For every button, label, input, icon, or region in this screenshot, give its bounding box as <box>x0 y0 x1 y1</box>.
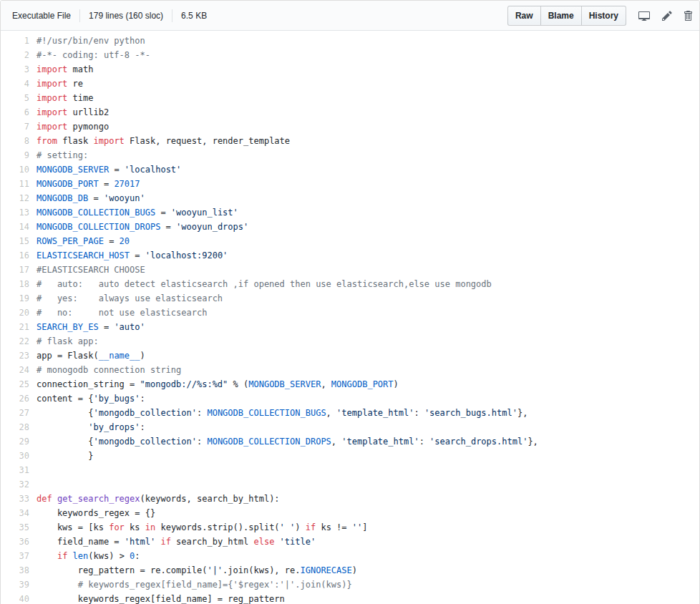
file-actions-group: Raw Blame History <box>507 6 626 26</box>
line-number[interactable]: 11 <box>1 177 37 191</box>
line-number[interactable]: 8 <box>1 134 37 148</box>
code-line: 23app = Flask(__name__) <box>1 349 699 363</box>
raw-button[interactable]: Raw <box>507 6 541 26</box>
file-size: 6.5 KB <box>177 11 211 21</box>
code-text: # monogodb connection string <box>37 363 181 377</box>
line-number[interactable]: 6 <box>1 105 37 120</box>
code-text: {'mongodb_collection': MONGODB_COLLECTIO… <box>37 406 528 420</box>
line-number[interactable]: 32 <box>1 477 37 492</box>
code-text: # yes: always use elasticsearch <box>37 291 223 306</box>
code-text: import re <box>37 77 83 91</box>
line-number[interactable]: 18 <box>1 277 37 291</box>
code-text: app = Flask(__name__) <box>37 349 145 363</box>
code-line: 37 if len(kws) > 0: <box>1 549 699 563</box>
line-number[interactable]: 36 <box>1 535 37 549</box>
code-line: 32 <box>1 477 699 492</box>
code-line: 38 reg_pattern = re.compile('|'.join(kws… <box>1 563 699 578</box>
line-number[interactable]: 15 <box>1 234 37 248</box>
delete-button[interactable] <box>684 10 692 21</box>
line-number[interactable]: 19 <box>1 291 37 306</box>
code-line: 28 'by_drops': <box>1 420 699 434</box>
code-text: # flask app: <box>37 334 99 349</box>
code-line: 7import pymongo <box>1 120 699 134</box>
code-text: field_name = 'html' if search_by_html el… <box>37 535 316 549</box>
code-line: 31 <box>1 463 699 477</box>
line-number[interactable]: 29 <box>1 434 37 449</box>
line-number[interactable]: 3 <box>1 62 37 77</box>
code-line: 25connection_string = "mongodb://%s:%d" … <box>1 377 699 391</box>
edit-button[interactable] <box>662 10 672 21</box>
code-text: 'by_drops': <box>37 420 145 434</box>
code-text: import math <box>37 62 93 77</box>
line-number[interactable]: 23 <box>1 349 37 363</box>
code-text: #ELASTICSEARCH CHOOSE <box>37 263 145 277</box>
code-line: 4import re <box>1 77 699 91</box>
code-line: 29 {'mongodb_collection': MONGODB_COLLEC… <box>1 434 699 449</box>
line-number[interactable]: 33 <box>1 492 37 506</box>
line-number[interactable]: 25 <box>1 377 37 391</box>
code-line: 33def get_search_regex(keywords, search_… <box>1 492 699 506</box>
line-number[interactable]: 10 <box>1 162 37 177</box>
line-number[interactable]: 30 <box>1 449 37 463</box>
code-line: 18# auto: auto detect elasticsearch ,if … <box>1 277 699 291</box>
code-line: 9# setting: <box>1 148 699 162</box>
code-line: 8from flask import Flask, request, rende… <box>1 134 699 148</box>
line-number[interactable]: 17 <box>1 263 37 277</box>
divider <box>79 9 80 22</box>
code-text: MONGODB_PORT = 27017 <box>37 177 140 191</box>
line-number[interactable]: 7 <box>1 120 37 134</box>
line-number[interactable]: 5 <box>1 91 37 105</box>
file-view: Executable File 179 lines (160 sloc) 6.5… <box>0 0 700 604</box>
code-line: 19# yes: always use elasticsearch <box>1 291 699 306</box>
line-number[interactable]: 38 <box>1 563 37 578</box>
line-number[interactable]: 40 <box>1 592 37 604</box>
code-text: MONGODB_COLLECTION_BUGS = 'wooyun_list' <box>37 205 238 220</box>
line-number[interactable]: 39 <box>1 578 37 592</box>
line-number[interactable]: 16 <box>1 248 37 263</box>
line-number[interactable]: 28 <box>1 420 37 434</box>
code-line: 6import urllib2 <box>1 105 699 120</box>
line-number[interactable]: 24 <box>1 363 37 377</box>
line-number[interactable]: 9 <box>1 148 37 162</box>
line-number[interactable]: 1 <box>1 34 37 48</box>
code-line: 36 field_name = 'html' if search_by_html… <box>1 535 699 549</box>
code-text: } <box>37 449 93 463</box>
code-line: 26content = {'by_bugs': <box>1 391 699 406</box>
code-listing: 1#!/usr/bin/env python2#-*- coding: utf-… <box>1 31 699 604</box>
code-text: {'mongodb_collection': MONGODB_COLLECTIO… <box>37 434 538 449</box>
blame-button[interactable]: Blame <box>540 6 582 26</box>
code-line: 27 {'mongodb_collection': MONGODB_COLLEC… <box>1 406 699 420</box>
line-number[interactable]: 26 <box>1 391 37 406</box>
line-number[interactable]: 20 <box>1 306 37 320</box>
line-number[interactable]: 35 <box>1 520 37 535</box>
line-number[interactable]: 12 <box>1 191 37 205</box>
code-line: 11MONGODB_PORT = 27017 <box>1 177 699 191</box>
line-number[interactable]: 2 <box>1 48 37 62</box>
code-text: kws = [ks for ks in keywords.strip().spl… <box>37 520 367 535</box>
line-number[interactable]: 27 <box>1 406 37 420</box>
line-number[interactable]: 14 <box>1 220 37 234</box>
line-number[interactable]: 13 <box>1 205 37 220</box>
open-desktop-button[interactable] <box>638 10 651 21</box>
line-number[interactable]: 21 <box>1 320 37 334</box>
line-number[interactable]: 37 <box>1 549 37 563</box>
line-number[interactable]: 34 <box>1 506 37 520</box>
code-line: 1#!/usr/bin/env python <box>1 34 699 48</box>
line-number[interactable]: 22 <box>1 334 37 349</box>
code-text: SEARCH_BY_ES = 'auto' <box>37 320 145 334</box>
divider <box>172 9 172 22</box>
file-mode-label: Executable File <box>8 11 75 21</box>
line-number[interactable]: 31 <box>1 463 37 477</box>
trash-icon <box>684 10 692 21</box>
code-text: MONGODB_SERVER = 'localhost' <box>37 162 181 177</box>
code-text: import time <box>37 91 93 105</box>
code-text: # keywords_regex[field_name]={'$regex':'… <box>37 578 352 592</box>
code-text: # auto: auto detect elasticsearch ,if op… <box>37 277 492 291</box>
line-number[interactable]: 4 <box>1 77 37 91</box>
code-line: 12MONGODB_DB = 'wooyun' <box>1 191 699 205</box>
code-line: 39 # keywords_regex[field_name]={'$regex… <box>1 578 699 592</box>
code-text: ELASTICSEARCH_HOST = 'localhost:9200' <box>37 248 228 263</box>
code-text: # setting: <box>37 148 88 162</box>
history-button[interactable]: History <box>581 6 626 26</box>
code-line: 15ROWS_PER_PAGE = 20 <box>1 234 699 248</box>
